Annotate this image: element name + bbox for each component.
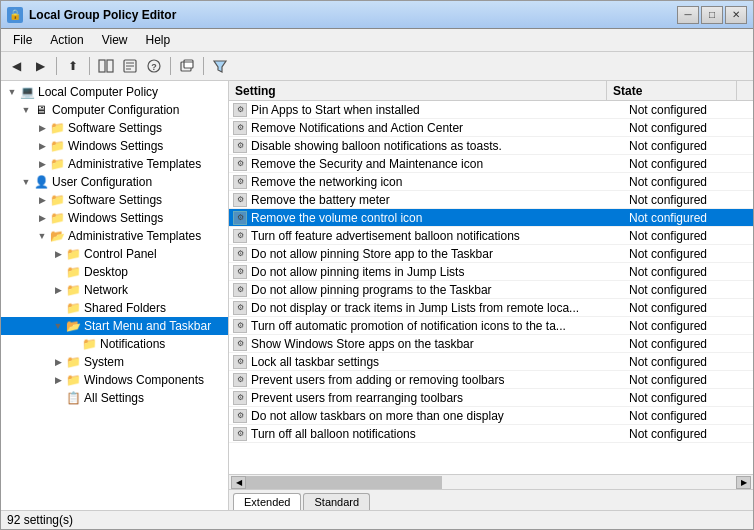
tree-node-desktop[interactable]: ▶ 📁 Desktop — [1, 263, 228, 281]
node-icon-windows-components: 📁 — [65, 372, 81, 388]
tree-node-windows-components[interactable]: ▶ 📁 Windows Components — [1, 371, 228, 389]
expand-btn-software-settings-comp[interactable]: ▶ — [35, 121, 49, 135]
expand-btn-control-panel[interactable]: ▶ — [51, 247, 65, 261]
node-label-software-settings-user: Software Settings — [68, 193, 162, 207]
list-row[interactable]: ⚙ Remove the networking icon Not configu… — [229, 173, 753, 191]
svg-rect-1 — [107, 60, 113, 72]
tree-node-system[interactable]: ▶ 📁 System — [1, 353, 228, 371]
tree-node-windows-settings-comp[interactable]: ▶ 📁 Windows Settings — [1, 137, 228, 155]
expand-btn-windows-settings-user[interactable]: ▶ — [35, 211, 49, 225]
list-row[interactable]: ⚙ Show Windows Store apps on the taskbar… — [229, 335, 753, 353]
setting-cell: ⚙ Turn off automatic promotion of notifi… — [229, 318, 623, 334]
list-row[interactable]: ⚙ Do not display or track items in Jump … — [229, 299, 753, 317]
status-bar: 92 setting(s) — [1, 510, 753, 529]
expand-btn-windows-components[interactable]: ▶ — [51, 373, 65, 387]
expand-btn-system[interactable]: ▶ — [51, 355, 65, 369]
tree-node-network[interactable]: ▶ 📁 Network — [1, 281, 228, 299]
tree-node-admin-templates-comp[interactable]: ▶ 📁 Administrative Templates — [1, 155, 228, 173]
scroll-right-btn[interactable]: ▶ — [736, 476, 751, 489]
title-bar-left: 🔒 Local Group Policy Editor — [7, 7, 176, 23]
expand-btn-local-computer-policy[interactable]: ▼ — [5, 85, 19, 99]
tree-node-windows-settings-user[interactable]: ▶ 📁 Windows Settings — [1, 209, 228, 227]
node-label-start-menu-taskbar: Start Menu and Taskbar — [84, 319, 211, 333]
expand-btn-admin-templates-user[interactable]: ▼ — [35, 229, 49, 243]
node-icon-software-settings-user: 📁 — [49, 192, 65, 208]
state-cell: Not configured — [623, 408, 753, 424]
list-row[interactable]: ⚙ Prevent users from rearranging toolbar… — [229, 389, 753, 407]
filter-button[interactable] — [209, 55, 231, 77]
list-row[interactable]: ⚙ Pin Apps to Start when installed Not c… — [229, 101, 753, 119]
list-row[interactable]: ⚙ Turn off feature advertisement balloon… — [229, 227, 753, 245]
expand-btn-windows-settings-comp[interactable]: ▶ — [35, 139, 49, 153]
menu-file[interactable]: File — [5, 31, 40, 49]
list-row-selected[interactable]: ⚙ Remove the volume control icon Not con… — [229, 209, 753, 227]
state-cell: Not configured — [623, 156, 753, 172]
new-window-button[interactable] — [176, 55, 198, 77]
setting-icon: ⚙ — [233, 229, 247, 243]
setting-icon: ⚙ — [233, 121, 247, 135]
tree-node-admin-templates-user[interactable]: ▼ 📂 Administrative Templates — [1, 227, 228, 245]
node-icon-desktop: 📁 — [65, 264, 81, 280]
forward-button[interactable]: ▶ — [29, 55, 51, 77]
node-label-notifications: Notifications — [100, 337, 165, 351]
list-row[interactable]: ⚙ Remove Notifications and Action Center… — [229, 119, 753, 137]
state-cell: Not configured — [623, 426, 753, 442]
header-setting: Setting — [229, 81, 607, 100]
tree-node-control-panel[interactable]: ▶ 📁 Control Panel — [1, 245, 228, 263]
maximize-button[interactable]: □ — [701, 6, 723, 24]
expand-btn-computer-configuration[interactable]: ▼ — [19, 103, 33, 117]
show-hide-button[interactable] — [95, 55, 117, 77]
node-icon-windows-settings-comp: 📁 — [49, 138, 65, 154]
expand-btn-software-settings-user[interactable]: ▶ — [35, 193, 49, 207]
expand-btn-start-menu-taskbar[interactable]: ▼ — [51, 319, 65, 333]
minimize-button[interactable]: ─ — [677, 6, 699, 24]
toolbar-separator-1 — [56, 57, 57, 75]
tab-standard[interactable]: Standard — [303, 493, 370, 510]
expand-btn-user-configuration[interactable]: ▼ — [19, 175, 33, 189]
setting-cell: ⚙ Prevent users from rearranging toolbar… — [229, 390, 623, 406]
node-icon-computer-configuration: 🖥 — [33, 102, 49, 118]
expand-btn-network[interactable]: ▶ — [51, 283, 65, 297]
list-row[interactable]: ⚙ Do not allow taskbars on more than one… — [229, 407, 753, 425]
tree-node-start-menu-taskbar[interactable]: ▼ 📂 Start Menu and Taskbar — [1, 317, 228, 335]
tree-node-shared-folders[interactable]: ▶ 📁 Shared Folders — [1, 299, 228, 317]
list-row[interactable]: ⚙ Turn off automatic promotion of notifi… — [229, 317, 753, 335]
setting-cell: ⚙ Remove the networking icon — [229, 174, 623, 190]
state-cell: Not configured — [623, 246, 753, 262]
state-cell: Not configured — [623, 102, 753, 118]
tree-node-user-configuration[interactable]: ▼ 👤 User Configuration — [1, 173, 228, 191]
list-row[interactable]: ⚙ Do not allow pinning Store app to the … — [229, 245, 753, 263]
tab-extended[interactable]: Extended — [233, 493, 301, 510]
scroll-track[interactable] — [246, 476, 736, 489]
setting-icon: ⚙ — [233, 265, 247, 279]
tree-node-all-settings[interactable]: ▶ 📋 All Settings — [1, 389, 228, 407]
scroll-left-btn[interactable]: ◀ — [231, 476, 246, 489]
list-row[interactable]: ⚙ Prevent users from adding or removing … — [229, 371, 753, 389]
list-row[interactable]: ⚙ Lock all taskbar settings Not configur… — [229, 353, 753, 371]
menu-view[interactable]: View — [94, 31, 136, 49]
close-button[interactable]: ✕ — [725, 6, 747, 24]
setting-cell: ⚙ Do not allow pinning items in Jump Lis… — [229, 264, 623, 280]
setting-name: Prevent users from adding or removing to… — [251, 373, 504, 387]
help-button[interactable]: ? — [143, 55, 165, 77]
list-row[interactable]: ⚙ Do not allow pinning items in Jump Lis… — [229, 263, 753, 281]
setting-name: Remove the battery meter — [251, 193, 390, 207]
tree-node-software-settings-comp[interactable]: ▶ 📁 Software Settings — [1, 119, 228, 137]
expand-btn-admin-templates-comp[interactable]: ▶ — [35, 157, 49, 171]
menu-help[interactable]: Help — [138, 31, 179, 49]
tree-node-local-computer-policy[interactable]: ▼ 💻 Local Computer Policy — [1, 83, 228, 101]
tree-node-software-settings-user[interactable]: ▶ 📁 Software Settings — [1, 191, 228, 209]
list-row[interactable]: ⚙ Remove the Security and Maintenance ic… — [229, 155, 753, 173]
up-button[interactable]: ⬆ — [62, 55, 84, 77]
tree-node-notifications[interactable]: ▶ 📁 Notifications — [1, 335, 228, 353]
horizontal-scrollbar[interactable]: ◀ ▶ — [229, 474, 753, 489]
scroll-thumb[interactable] — [246, 476, 442, 489]
list-row[interactable]: ⚙ Turn off all balloon notifications Not… — [229, 425, 753, 443]
properties-button[interactable] — [119, 55, 141, 77]
list-row[interactable]: ⚙ Disable showing balloon notifications … — [229, 137, 753, 155]
tree-node-computer-configuration[interactable]: ▼ 🖥 Computer Configuration — [1, 101, 228, 119]
list-row[interactable]: ⚙ Do not allow pinning programs to the T… — [229, 281, 753, 299]
list-row[interactable]: ⚙ Remove the battery meter Not configure… — [229, 191, 753, 209]
menu-action[interactable]: Action — [42, 31, 91, 49]
back-button[interactable]: ◀ — [5, 55, 27, 77]
